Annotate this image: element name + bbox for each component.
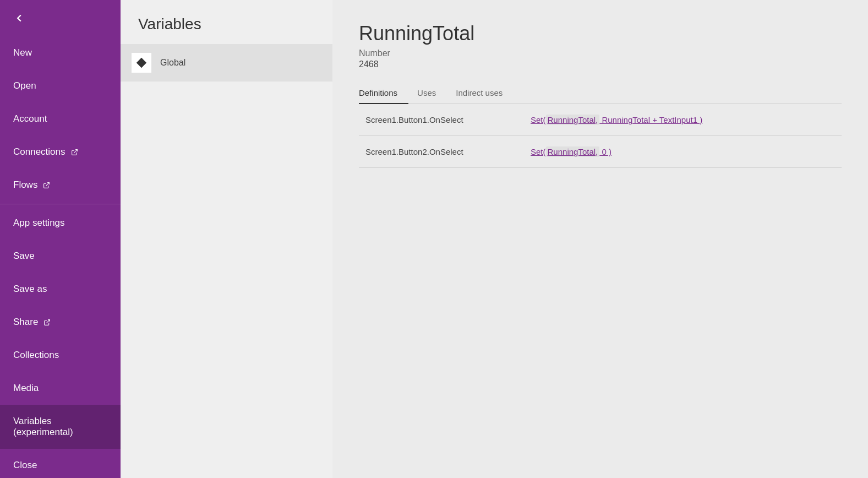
sidebar-item-collections[interactable]: Collections: [0, 339, 121, 372]
sidebar-item-connections-label: Connections: [13, 146, 65, 157]
sidebar-item-save-label: Save: [13, 251, 35, 262]
variable-global-item[interactable]: Global: [121, 44, 332, 82]
code-suffix-1: RunningTotal + TextInput1 ): [599, 115, 702, 124]
global-variable-icon: [132, 53, 151, 73]
diamond-icon: [135, 57, 148, 69]
variable-name-title: RunningTotal: [359, 22, 842, 45]
svg-line-2: [47, 319, 50, 323]
tabs-bar: Definitions Uses Indirect uses: [359, 83, 842, 104]
sidebar-item-variables-label: Variables (experimental): [13, 416, 107, 438]
sidebar-item-save-as[interactable]: Save as: [0, 273, 121, 306]
table-row: Screen1.Button2.OnSelect Set(RunningTota…: [359, 136, 842, 168]
code-prefix-2: Set(: [531, 147, 546, 156]
tab-indirect-uses[interactable]: Indirect uses: [456, 83, 514, 104]
sidebar-divider: [0, 204, 121, 204]
svg-line-0: [74, 149, 77, 153]
tab-definitions[interactable]: Definitions: [359, 83, 408, 104]
code-prefix-1: Set(: [531, 115, 546, 124]
external-link-icon: [71, 149, 78, 156]
sidebar-item-save[interactable]: Save: [0, 240, 121, 273]
sidebar-item-variables[interactable]: Variables (experimental): [0, 405, 121, 449]
variable-type: Number: [359, 48, 842, 58]
definition-code-2: Set(RunningTotal, 0 ): [524, 136, 842, 168]
tab-uses[interactable]: Uses: [417, 83, 447, 104]
sidebar-item-save-as-label: Save as: [13, 284, 47, 295]
definition-location-1: Screen1.Button1.OnSelect: [359, 104, 524, 136]
sidebar-item-account-label: Account: [13, 113, 47, 124]
back-button[interactable]: [0, 0, 121, 36]
sidebar-item-media-label: Media: [13, 383, 39, 394]
definition-location-2: Screen1.Button2.OnSelect: [359, 136, 524, 168]
middle-panel: Variables Global: [121, 0, 332, 478]
definition-code-link-2[interactable]: Set(RunningTotal, 0 ): [531, 146, 612, 157]
code-highlight-2: RunningTotal,: [546, 146, 600, 157]
sidebar-item-flows-label: Flows: [13, 180, 37, 191]
definition-code-link-1[interactable]: Set(RunningTotal, RunningTotal + TextInp…: [531, 115, 702, 125]
sidebar: New Open Account Connections Flows App s…: [0, 0, 121, 478]
sidebar-item-media[interactable]: Media: [0, 372, 121, 405]
table-row: Screen1.Button1.OnSelect Set(RunningTota…: [359, 104, 842, 136]
external-link-icon: [43, 182, 50, 189]
sidebar-item-new[interactable]: New: [0, 36, 121, 69]
global-variable-label: Global: [160, 58, 185, 68]
sidebar-item-flows[interactable]: Flows: [0, 169, 121, 202]
code-highlight-1: RunningTotal,: [546, 115, 600, 125]
sidebar-item-open-label: Open: [13, 80, 36, 91]
main-content: RunningTotal Number 2468 Definitions Use…: [332, 0, 868, 478]
definition-code-1: Set(RunningTotal, RunningTotal + TextInp…: [524, 104, 842, 136]
svg-line-1: [46, 182, 50, 186]
sidebar-item-account[interactable]: Account: [0, 102, 121, 135]
sidebar-item-close-label: Close: [13, 460, 37, 471]
sidebar-item-share-label: Share: [13, 317, 38, 328]
arrow-left-icon: [13, 12, 25, 24]
definitions-table: Screen1.Button1.OnSelect Set(RunningTota…: [359, 104, 842, 168]
sidebar-item-collections-label: Collections: [13, 350, 59, 361]
external-link-icon: [43, 319, 51, 326]
sidebar-item-close[interactable]: Close: [0, 449, 121, 478]
sidebar-item-app-settings[interactable]: App settings: [0, 207, 121, 240]
sidebar-item-share[interactable]: Share: [0, 306, 121, 339]
sidebar-item-app-settings-label: App settings: [13, 218, 65, 229]
sidebar-item-new-label: New: [13, 47, 32, 58]
sidebar-item-connections[interactable]: Connections: [0, 135, 121, 169]
variable-value: 2468: [359, 59, 842, 69]
sidebar-item-open[interactable]: Open: [0, 69, 121, 102]
code-suffix-2: 0 ): [599, 147, 612, 156]
panel-title: Variables: [121, 0, 332, 44]
